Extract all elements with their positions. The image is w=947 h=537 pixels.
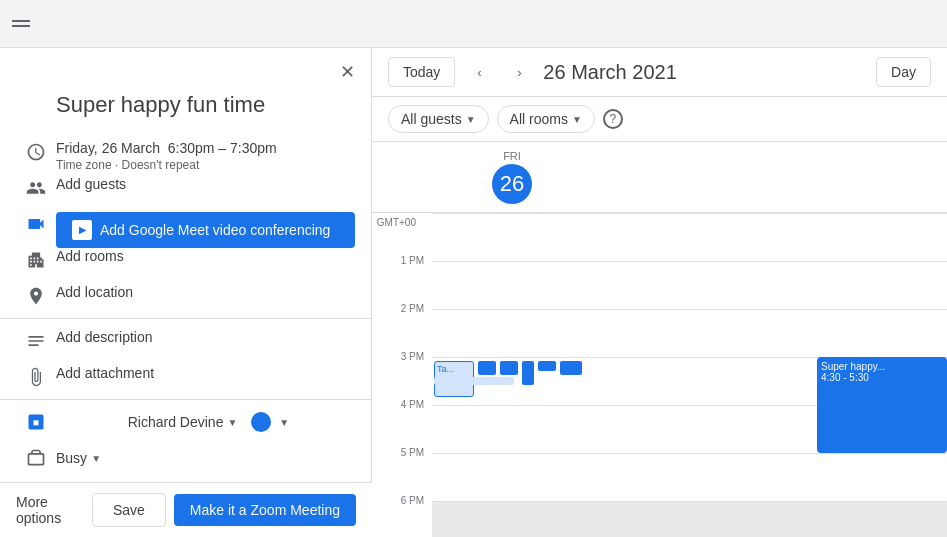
calendar-icon-col xyxy=(16,410,56,432)
calendar-owner-label: Richard Devine xyxy=(128,414,224,430)
calendar-header: Today ‹ › 26 March 2021 Day xyxy=(372,48,947,97)
add-attachment-content[interactable]: Add attachment xyxy=(56,365,355,381)
close-button[interactable]: ✕ xyxy=(331,56,363,88)
video-icon xyxy=(26,214,46,234)
divider-1 xyxy=(0,318,371,319)
events-column: Ta... Super happy... 4:30 - 5:30 xyxy=(432,213,947,537)
meet-row: ▶ Add Google Meet video conferencing xyxy=(0,206,371,242)
time-4pm: 4 PM xyxy=(372,405,432,453)
attachment-icon xyxy=(26,367,46,387)
event-block-main[interactable]: Super happy... 4:30 - 5:30 xyxy=(817,357,947,453)
event-block-3[interactable] xyxy=(500,361,518,375)
bottom-bar: More options Save Make it a Zoom Meeting xyxy=(0,482,372,537)
rooms-filter-chevron-icon: ▼ xyxy=(572,114,582,125)
hour-line-0 xyxy=(432,213,947,261)
top-bar xyxy=(0,0,947,48)
all-rooms-dropdown[interactable]: All rooms ▼ xyxy=(497,105,595,133)
zoom-meeting-button[interactable]: Make it a Zoom Meeting xyxy=(174,494,356,526)
time-6pm: 6 PM xyxy=(372,501,432,537)
time-grid: GMT+00 1 PM 2 PM 3 PM 4 PM 5 PM 6 PM 7 P… xyxy=(372,213,947,537)
panel-header: ✕ xyxy=(0,48,371,88)
guests-filter-chevron-icon: ▼ xyxy=(466,114,476,125)
drag-handle[interactable] xyxy=(8,16,34,31)
owner-chevron-icon: ▼ xyxy=(227,417,237,428)
guests-icon-col xyxy=(16,176,56,198)
all-guests-dropdown[interactable]: All guests ▼ xyxy=(388,105,489,133)
status-row: Busy ▼ xyxy=(0,440,371,476)
today-button[interactable]: Today xyxy=(388,57,455,87)
meet-icon-col xyxy=(16,212,56,234)
add-attachment-link[interactable]: Add attachment xyxy=(56,365,355,381)
date-time-text: Friday, 26 March 6:30pm – 7:30pm xyxy=(56,140,355,156)
main-event-time: 4:30 - 5:30 xyxy=(821,372,943,383)
main-event-title: Super happy... xyxy=(821,361,943,372)
status-label: Busy xyxy=(56,450,87,466)
next-button[interactable]: › xyxy=(503,56,535,88)
blocked-time-block xyxy=(432,501,947,537)
location-icon-col xyxy=(16,284,56,306)
add-location-link[interactable]: Add location xyxy=(56,284,355,300)
color-chevron-icon: ▼ xyxy=(279,417,289,428)
filter-bar: All guests ▼ All rooms ▼ ? xyxy=(372,97,947,142)
filter-help-icon[interactable]: ? xyxy=(603,109,623,129)
time-column: GMT+00 1 PM 2 PM 3 PM 4 PM 5 PM 6 PM 7 P… xyxy=(372,213,432,537)
add-description-link[interactable]: Add description xyxy=(56,329,355,345)
event-block-5[interactable] xyxy=(538,361,556,371)
add-location-row[interactable]: Add location xyxy=(0,278,371,314)
event-block-2[interactable] xyxy=(478,361,496,375)
datetime-content: Friday, 26 March 6:30pm – 7:30pm Time zo… xyxy=(56,140,355,172)
hour-line-1 xyxy=(432,261,947,309)
meet-logo: ▶ xyxy=(72,220,92,240)
status-icon-col xyxy=(16,446,56,468)
right-panel: Today ‹ › 26 March 2021 Day All guests ▼… xyxy=(372,48,947,537)
add-guests-content[interactable]: Add guests xyxy=(56,176,355,192)
add-rooms-link[interactable]: Add rooms xyxy=(56,248,355,264)
time-5pm: 5 PM xyxy=(372,453,432,501)
save-button[interactable]: Save xyxy=(92,493,166,527)
add-rooms-content[interactable]: Add rooms xyxy=(56,248,355,264)
all-rooms-label: All rooms xyxy=(510,111,568,127)
divider-2 xyxy=(0,399,371,400)
calendar-owner-dropdown[interactable]: Richard Devine ▼ xyxy=(122,410,244,434)
event-block-6[interactable] xyxy=(560,361,582,375)
gmt-label: GMT+00 xyxy=(377,213,424,228)
calendar-color-icon xyxy=(26,412,46,432)
guests-icon xyxy=(26,178,46,198)
hour-line-2 xyxy=(432,309,947,357)
clock-icon xyxy=(26,142,46,162)
event-title: Super happy fun time xyxy=(0,88,371,134)
day-number-circle[interactable]: 26 xyxy=(492,164,532,204)
location-icon xyxy=(26,286,46,306)
status-dropdown[interactable]: Busy ▼ xyxy=(56,446,355,470)
day-abbreviation: FRI xyxy=(503,150,521,162)
add-location-content[interactable]: Add location xyxy=(56,284,355,300)
calendar-owner-row: Richard Devine ▼ ▼ xyxy=(0,404,371,440)
more-options-link[interactable]: More options xyxy=(16,494,84,526)
description-icon xyxy=(26,331,46,351)
color-picker-button[interactable] xyxy=(251,412,271,432)
rooms-icon-col xyxy=(16,248,56,270)
prev-button[interactable]: ‹ xyxy=(463,56,495,88)
day-view-button[interactable]: Day xyxy=(876,57,931,87)
event-block-4[interactable] xyxy=(522,361,534,385)
hour-line-5 xyxy=(432,453,947,501)
add-rooms-row[interactable]: Add rooms xyxy=(0,242,371,278)
all-guests-label: All guests xyxy=(401,111,462,127)
time-gmt: GMT+00 xyxy=(372,213,432,261)
add-guests-row[interactable]: Add guests xyxy=(0,170,371,206)
attachment-icon-col xyxy=(16,365,56,387)
left-panel: ✕ Super happy fun time Friday, 26 March … xyxy=(0,48,372,537)
add-attachment-row[interactable]: Add attachment xyxy=(0,359,371,395)
clock-icon-col xyxy=(16,140,56,162)
add-description-content[interactable]: Add description xyxy=(56,329,355,345)
datetime-row: Friday, 26 March 6:30pm – 7:30pm Time zo… xyxy=(0,134,371,170)
add-description-row[interactable]: Add description xyxy=(0,323,371,359)
calendar-date-title: 26 March 2021 xyxy=(543,61,868,84)
add-guests-link[interactable]: Add guests xyxy=(56,176,355,192)
status-content: Busy ▼ xyxy=(56,446,355,470)
day-header: FRI 26 xyxy=(372,142,947,213)
time-2pm: 2 PM xyxy=(372,309,432,357)
event-block-7[interactable] xyxy=(434,377,514,385)
briefcase-icon xyxy=(26,448,46,468)
description-icon-col xyxy=(16,329,56,351)
